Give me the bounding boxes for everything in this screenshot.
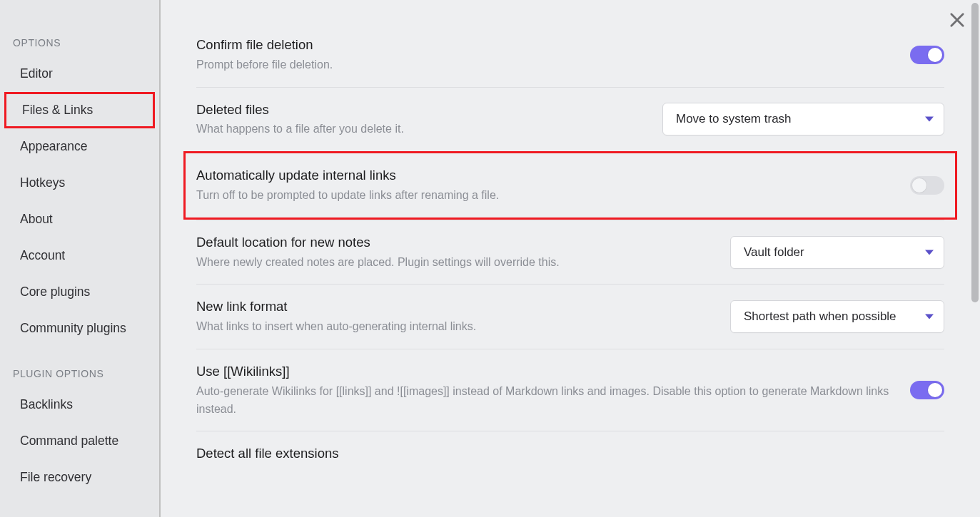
dropdown-default-location[interactable]: Vault folder xyxy=(730,236,944,269)
setting-info: Detect all file extensions xyxy=(196,444,944,464)
toggle-confirm-file-deletion[interactable] xyxy=(910,46,944,64)
settings-sidebar: OPTIONS Editor Files & Links Appearance … xyxy=(0,0,161,517)
setting-default-location-new-notes: Default location for new notes Where new… xyxy=(196,220,944,285)
sidebar-item-file-recovery[interactable]: File recovery xyxy=(0,459,159,496)
sidebar-item-editor[interactable]: Editor xyxy=(0,56,159,92)
scrollbar-vertical[interactable] xyxy=(971,1,979,515)
setting-title: New link format xyxy=(196,297,716,317)
sidebar-header-plugin-options: PLUGIN OPTIONS xyxy=(0,359,159,387)
setting-confirm-file-deletion: Confirm file deletion Prompt before file… xyxy=(196,29,944,87)
setting-control xyxy=(910,46,944,64)
settings-dialog: OPTIONS Editor Files & Links Appearance … xyxy=(0,0,980,517)
setting-detect-all-file-extensions: Detect all file extensions xyxy=(196,431,944,476)
setting-control xyxy=(910,176,944,195)
settings-panel: Confirm file deletion Prompt before file… xyxy=(161,0,980,517)
setting-desc: What happens to a file after you delete … xyxy=(196,121,648,138)
dropdown-value: Move to system trash xyxy=(676,112,792,126)
setting-info: Deleted files What happens to a file aft… xyxy=(196,101,662,139)
setting-title: Detect all file extensions xyxy=(196,444,930,464)
setting-title: Deleted files xyxy=(196,101,648,120)
chevron-down-icon xyxy=(925,250,934,255)
setting-info: Use [[Wikilinks]] Auto-generate Wikilink… xyxy=(196,362,910,418)
dropdown-new-link-format[interactable]: Shortest path when possible xyxy=(730,300,944,333)
dropdown-value: Shortest path when possible xyxy=(744,309,896,323)
sidebar-item-account[interactable]: Account xyxy=(0,237,159,274)
sidebar-item-backlinks[interactable]: Backlinks xyxy=(0,387,159,423)
dropdown-value: Vault folder xyxy=(744,245,804,259)
toggle-knob xyxy=(928,48,942,62)
setting-control: Move to system trash xyxy=(662,103,944,135)
sidebar-item-hotkeys[interactable]: Hotkeys xyxy=(0,165,159,201)
setting-title: Automatically update internal links xyxy=(196,166,896,185)
sidebar-item-core-plugins[interactable]: Core plugins xyxy=(0,274,159,310)
sidebar-header-options: OPTIONS xyxy=(0,29,159,56)
toggle-knob xyxy=(928,383,942,397)
close-icon xyxy=(947,10,967,30)
setting-desc: What links to insert when auto-generatin… xyxy=(196,318,716,336)
setting-control xyxy=(910,381,944,399)
setting-desc: Auto-generate Wikilinks for [[links]] an… xyxy=(196,383,896,419)
setting-control: Vault folder xyxy=(730,236,944,269)
close-button[interactable] xyxy=(947,10,967,30)
chevron-down-icon xyxy=(925,117,934,122)
setting-use-wikilinks: Use [[Wikilinks]] Auto-generate Wikilink… xyxy=(196,349,944,431)
toggle-auto-update-internal-links[interactable] xyxy=(910,176,944,195)
dropdown-deleted-files[interactable]: Move to system trash xyxy=(662,103,944,135)
setting-desc: Prompt before file deletion. xyxy=(196,56,896,74)
setting-deleted-files: Deleted files What happens to a file aft… xyxy=(196,87,944,152)
setting-info: Default location for new notes Where new… xyxy=(196,233,730,272)
sidebar-item-files-links[interactable]: Files & Links xyxy=(4,92,155,128)
sidebar-item-about[interactable]: About xyxy=(0,201,159,237)
toggle-knob xyxy=(912,178,926,193)
sidebar-item-command-palette[interactable]: Command palette xyxy=(0,423,159,459)
setting-control: Shortest path when possible xyxy=(730,300,944,333)
setting-title: Use [[Wikilinks]] xyxy=(196,362,896,382)
setting-info: Confirm file deletion Prompt before file… xyxy=(196,36,910,74)
setting-info: New link format What links to insert whe… xyxy=(196,297,730,336)
setting-title: Default location for new notes xyxy=(196,233,716,252)
chevron-down-icon xyxy=(925,314,934,319)
sidebar-item-appearance[interactable]: Appearance xyxy=(0,128,159,165)
scrollbar-thumb[interactable] xyxy=(971,3,979,302)
setting-desc: Where newly created notes are placed. Pl… xyxy=(196,254,716,272)
setting-new-link-format: New link format What links to insert whe… xyxy=(196,284,944,349)
toggle-use-wikilinks[interactable] xyxy=(910,381,944,399)
sidebar-item-community-plugins[interactable]: Community plugins xyxy=(0,310,159,347)
setting-title: Confirm file deletion xyxy=(196,36,896,55)
setting-desc: Turn off to be prompted to update links … xyxy=(196,187,896,205)
setting-auto-update-internal-links: Automatically update internal links Turn… xyxy=(183,151,957,220)
setting-info: Automatically update internal links Turn… xyxy=(196,166,910,205)
